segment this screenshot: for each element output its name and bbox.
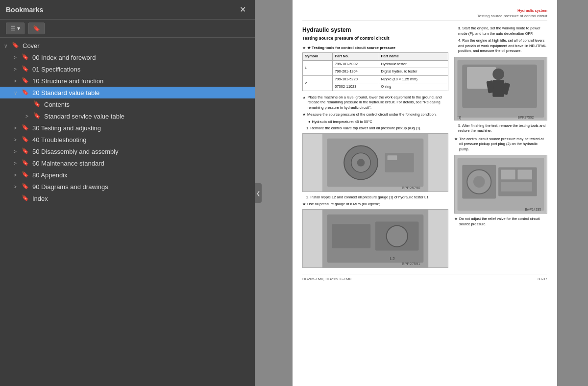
tree-label-30: 30 Testing and adjusting xyxy=(32,124,251,132)
doc-title: Hydraulic system xyxy=(302,26,448,34)
expand-collapse-button[interactable]: ☰ ▾ xyxy=(6,23,24,34)
table-cell-symbol-L: L xyxy=(303,60,333,75)
tree-label-00: 00 Index and foreword xyxy=(32,54,251,61)
svg-text:BPP27592: BPP27592 xyxy=(517,116,534,119)
bookmark-icon-50: 🔖 xyxy=(22,147,29,155)
tools-section-title: ★ Testing tools for control circuit sour… xyxy=(302,46,448,51)
doc-subtitle: Testing source pressure of control circu… xyxy=(302,35,448,42)
bookmark-icon: 🔖 xyxy=(33,25,40,32)
tree-label-contents: Contents xyxy=(44,101,251,108)
step-2: 2. Install nipple L2 and connect oil pre… xyxy=(302,195,448,200)
final-star: The control circuit source pressure may … xyxy=(454,137,547,152)
tree-item-30[interactable]: > 🔖 30 Testing and adjusting xyxy=(0,122,255,134)
image-2: L2 BPP27591 xyxy=(302,209,448,268)
expand-arrow-40: > xyxy=(14,137,22,143)
table-cell-partno-1: 799-101-5002 xyxy=(333,60,379,68)
expand-arrow-00: > xyxy=(14,55,22,60)
expand-arrow-01: > xyxy=(14,67,22,72)
tree-label-80: 80 Appendix xyxy=(32,171,251,179)
table-cell-partname-4: O-ring xyxy=(379,83,448,91)
table-cell-symbol-2: 2 xyxy=(303,75,333,91)
expand-arrow-10: > xyxy=(14,78,22,84)
tree-item-ssvt[interactable]: > 🔖 Standard service value table xyxy=(0,110,255,122)
toolbar-row: ☰ ▾ 🔖 xyxy=(0,20,255,38)
table-header-partno: Part No. xyxy=(333,53,379,61)
tree-item-01[interactable]: > 🔖 01 Specifications xyxy=(0,63,255,75)
bookmark-icon-80: 🔖 xyxy=(22,171,29,179)
measure-star: Measure the source pressure of the contr… xyxy=(302,112,448,118)
step-4: 4. Run the engine at high idle, set all … xyxy=(454,38,547,54)
document-page: Hydraulic system Testing source pressure… xyxy=(293,0,557,386)
tree-item-40[interactable]: > 🔖 40 Troubleshooting xyxy=(0,134,255,145)
bookmark-icon-30: 🔖 xyxy=(22,124,29,132)
table-cell-partno-3: 799-101-5220 xyxy=(333,75,379,83)
svg-rect-10 xyxy=(332,224,371,248)
tree-item-00[interactable]: > 🔖 00 Index and foreword xyxy=(0,51,255,63)
bookmark-icon-00: 🔖 xyxy=(22,53,29,61)
svg-rect-33 xyxy=(501,182,532,192)
image-1: BPP25790 xyxy=(302,133,448,192)
dropdown-arrow-icon: ▾ xyxy=(17,25,20,32)
svg-rect-20 xyxy=(492,80,504,96)
tree-label-index: Index xyxy=(32,195,251,202)
bookmarks-tree: ∨ 🔖 Cover > 🔖 00 Index and foreword > 🔖 … xyxy=(0,38,255,386)
tree-label-20: 20 Standard value table xyxy=(32,89,251,96)
bookmark-icon-01: 🔖 xyxy=(22,65,29,73)
collapse-handle[interactable]: ❮ xyxy=(255,183,262,203)
tree-label-cover: Cover xyxy=(23,42,251,49)
svg-point-4 xyxy=(357,159,365,167)
tree-item-index[interactable]: 🔖 Index xyxy=(0,193,255,204)
tree-item-contents[interactable]: 🔖 Contents xyxy=(0,98,255,110)
tree-item-90[interactable]: > 🔖 90 Diagrams and drawings xyxy=(0,181,255,193)
table-cell-partname-1: Hydraulic tester xyxy=(379,60,448,68)
svg-text:BPP25790: BPP25790 xyxy=(402,186,420,190)
svg-rect-31 xyxy=(501,170,515,180)
svg-rect-6 xyxy=(388,155,397,160)
tree-item-50[interactable]: > 🔖 50 Disassembly and assembly xyxy=(0,145,255,157)
page-header: Hydraulic system Testing source pressure… xyxy=(302,8,547,21)
tree-item-10[interactable]: > 🔖 10 Structure and function xyxy=(0,75,255,87)
tree-item-20[interactable]: ∨ 🔖 20 Standard value table xyxy=(0,87,255,98)
svg-rect-32 xyxy=(517,170,532,180)
bookmarks-panel: Bookmarks ✕ ☰ ▾ 🔖 ∨ 🔖 Cover > 🔖 00 Index… xyxy=(0,0,255,386)
expand-arrow-50: > xyxy=(14,149,22,154)
tree-label-40: 40 Troubleshooting xyxy=(32,136,251,144)
svg-text:[1]: [1] xyxy=(457,116,461,120)
bookmark-icon-40: 🔖 xyxy=(22,136,29,144)
expand-arrow-80: > xyxy=(14,172,22,178)
expand-arrow-90: > xyxy=(14,184,22,190)
table-row: L 799-101-5002 Hydraulic tester xyxy=(303,60,448,68)
tree-label-90: 90 Diagrams and drawings xyxy=(32,183,251,191)
page-header-line2: Testing source pressure of control circu… xyxy=(302,13,547,19)
expand-arrow-30: > xyxy=(14,125,22,131)
collapse-arrow-icon: ❮ xyxy=(256,191,260,196)
step-1: 1. Remove the control valve top cover an… xyxy=(302,126,448,131)
tree-item-80[interactable]: > 🔖 80 Appendix xyxy=(0,169,255,181)
table-cell-partname-3: Nipple (10 × 1.25 mm) xyxy=(379,75,448,83)
bookmarks-header: Bookmarks ✕ xyxy=(0,0,255,20)
close-button[interactable]: ✕ xyxy=(237,4,249,15)
step-5: 5. After finishing the test, remove the … xyxy=(454,123,547,134)
bullet-note-1: Hydraulic oil temperature: 45 to 55°C xyxy=(302,120,448,125)
expand-arrow-60: > xyxy=(14,161,22,166)
image-pump: BwP14295 xyxy=(454,155,547,214)
tree-item-cover[interactable]: ∨ 🔖 Cover xyxy=(0,40,255,51)
note-star: Do not adjust the relief valve for the c… xyxy=(454,217,547,227)
svg-point-12 xyxy=(387,225,408,246)
table-cell-partno-2: 790-261-1204 xyxy=(333,68,379,76)
expand-arrow-20: ∨ xyxy=(14,90,22,96)
bookmarks-title: Bookmarks xyxy=(6,6,43,14)
bookmark-view-button[interactable]: 🔖 xyxy=(28,23,45,34)
table-cell-partname-2: Digital hydraulic tester xyxy=(379,68,448,76)
tree-label-10: 10 Structure and function xyxy=(32,77,251,85)
footer-right: 30-37 xyxy=(538,276,547,282)
footer-left: HB205-1M0, HB215LC-1M0 xyxy=(302,276,351,282)
tree-label-50: 50 Disassembly and assembly xyxy=(32,148,251,155)
tree-item-60[interactable]: > 🔖 60 Maintenance standard xyxy=(0,157,255,169)
warning-note: Place the machine on a level ground, low… xyxy=(302,95,448,111)
bookmark-icon-20: 🔖 xyxy=(22,89,29,96)
image-cab: [1] BPP27592 xyxy=(454,57,547,121)
bookmark-icon-ssvt: 🔖 xyxy=(33,112,41,120)
step2-star: Use oil pressure gauge of 6 MPa (60 kg/c… xyxy=(302,202,448,207)
step-3: 3. Start the engine, set the working mod… xyxy=(454,26,547,36)
